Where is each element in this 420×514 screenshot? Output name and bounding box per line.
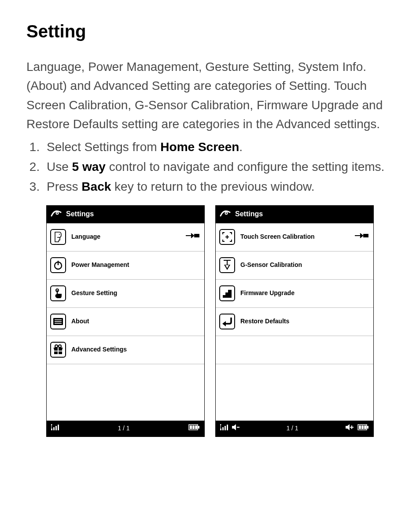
svg-point-41	[220, 424, 221, 425]
face-icon	[50, 229, 66, 245]
step-1: Select Settings from Home Screen.	[43, 137, 394, 156]
titlebar-label: Settings	[235, 209, 263, 220]
step-2-bold: 5 way	[72, 160, 106, 174]
menu-item-g-sensor-calibration[interactable]: G-Sensor Calibration	[216, 251, 373, 280]
battery-icon	[188, 424, 200, 433]
app-logo-icon	[50, 208, 62, 221]
app-logo-icon	[219, 208, 231, 221]
pointer-hand-icon	[185, 232, 200, 243]
step-3-bold: Back	[81, 180, 111, 193]
stairs-icon	[219, 285, 235, 301]
svg-rect-49	[361, 425, 364, 429]
menu-item-label: About	[71, 317, 200, 326]
svg-rect-24	[192, 425, 195, 429]
menu-item-about[interactable]: About	[47, 308, 204, 336]
svg-rect-18	[55, 426, 57, 430]
screenshots-row: Settings Language Power Management	[26, 205, 394, 437]
step-2: Use 5 way control to navigate and config…	[43, 157, 394, 176]
svg-rect-39	[227, 425, 228, 430]
intro-paragraph: Language, Power Management, Gesture Sett…	[26, 57, 394, 134]
list-icon	[50, 314, 66, 329]
titlebar-label: Settings	[66, 209, 94, 220]
menu-item-gesture-setting[interactable]: Gesture Setting	[47, 280, 204, 308]
volume-up-icon	[345, 424, 354, 433]
empty-space	[216, 364, 373, 421]
empty-space	[47, 364, 204, 421]
svg-point-14	[55, 345, 58, 348]
step-1-text-a: Select Settings from	[47, 140, 160, 154]
step-1-text-c: .	[239, 140, 243, 154]
menu-item-label: G-Sensor Calibration	[240, 260, 369, 270]
step-1-bold: Home Screen	[160, 140, 239, 154]
titlebar: Settings	[216, 206, 373, 223]
menu-item-label: Gesture Setting	[71, 288, 200, 298]
svg-point-21	[51, 424, 52, 425]
empty-row	[216, 336, 373, 364]
menu-item-restore-defaults[interactable]: Restore Defaults	[216, 308, 373, 336]
svg-point-15	[59, 345, 61, 348]
svg-rect-51	[367, 426, 368, 429]
menu-item-language[interactable]: Language	[47, 223, 204, 251]
svg-rect-38	[225, 426, 226, 430]
menu-item-label: Touch Screen Calibration	[240, 232, 349, 242]
menu-item-advanced-settings[interactable]: Advanced Settings	[47, 336, 204, 364]
step-2-text-c: control to navigate and configure the se…	[106, 160, 385, 174]
menu-item-label: Power Management	[71, 260, 200, 270]
svg-point-1	[57, 212, 58, 214]
page-title: Setting	[26, 18, 394, 45]
svg-marker-42	[232, 424, 236, 430]
battery-icon	[357, 424, 369, 433]
device-screenshot-settings: Settings Language Power Management	[46, 205, 205, 437]
menu-item-label: Firmware Upgrade	[240, 288, 369, 298]
menu-item-label: Advanced Settings	[71, 345, 200, 355]
calibration-target-icon	[219, 229, 235, 245]
step-3: Press Back key to return to the previous…	[43, 177, 394, 196]
svg-rect-17	[53, 427, 55, 430]
signal-icon	[51, 424, 59, 433]
volume-down-icon	[232, 424, 239, 433]
step-3-text-a: Press	[47, 180, 81, 193]
svg-marker-44	[346, 424, 350, 430]
menu-item-power-management[interactable]: Power Management	[47, 251, 204, 280]
status-bar: 1 / 1	[47, 421, 204, 436]
steps-list: Select Settings from Home Screen. Use 5 …	[26, 137, 394, 196]
svg-point-28	[226, 212, 227, 214]
page-indicator: 1 / 1	[59, 424, 188, 433]
page-indicator: 1 / 1	[239, 424, 345, 433]
titlebar: Settings	[47, 206, 204, 223]
svg-marker-35	[222, 321, 226, 326]
step-2-text-a: Use	[47, 160, 72, 174]
return-arrow-icon	[219, 314, 235, 329]
svg-rect-37	[222, 427, 224, 430]
power-icon	[50, 257, 66, 273]
menu-item-label: Language	[71, 232, 180, 242]
svg-rect-50	[364, 425, 366, 429]
svg-rect-48	[359, 425, 361, 429]
pointer-hand-icon	[354, 232, 369, 243]
svg-rect-23	[190, 425, 192, 429]
svg-rect-26	[198, 426, 199, 429]
device-screenshot-advanced: Settings Touch Screen Calibration G-Sens…	[215, 205, 374, 437]
step-3-text-c: key to return to the previous window.	[111, 180, 314, 193]
menu-item-label: Restore Defaults	[240, 317, 369, 326]
gift-icon	[50, 342, 66, 358]
menu-list: Language Power Management Gesture Settin…	[47, 223, 204, 421]
plumb-icon	[219, 257, 235, 273]
menu-list: Touch Screen Calibration G-Sensor Calibr…	[216, 223, 373, 421]
status-bar: 1 / 1	[216, 421, 373, 436]
signal-icon	[220, 424, 228, 433]
svg-rect-25	[195, 425, 197, 429]
menu-item-firmware-upgrade[interactable]: Firmware Upgrade	[216, 280, 373, 308]
menu-item-touch-calibration[interactable]: Touch Screen Calibration	[216, 223, 373, 251]
touch-icon	[50, 285, 66, 301]
